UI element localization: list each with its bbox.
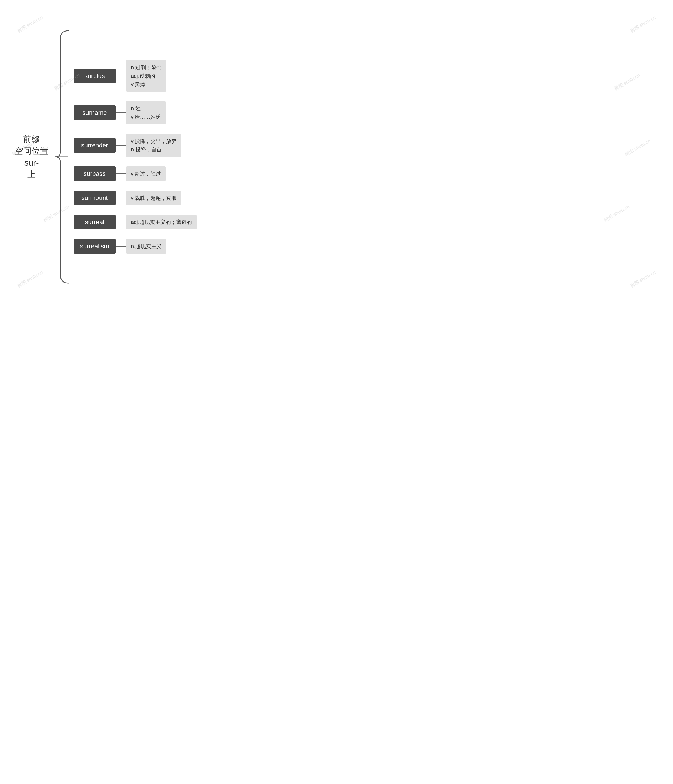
mind-map-diagram: 前缀 空间位置 sur- 上 surplus n.过剩；盈余adj.过剩的v.卖…	[11, 28, 259, 286]
branch-row-surplus: surplus n.过剩；盈余adj.过剩的v.卖掉	[73, 56, 197, 96]
root-line-2: 空间位置	[15, 145, 48, 157]
brace-connector	[53, 28, 73, 286]
brace-svg	[53, 28, 73, 286]
keyword-surrealism: surrealism	[73, 239, 116, 254]
connector-surreal	[116, 222, 126, 222]
def-surmount: v.战胜，超越，克服	[126, 191, 181, 205]
def-surname: n.姓v.给……姓氏	[126, 101, 166, 124]
connector-surname	[116, 112, 126, 113]
connector-surrealism	[116, 246, 126, 247]
connector-surrender	[116, 145, 126, 146]
keyword-surplus: surplus	[73, 68, 116, 83]
def-surrealism: n.超现实主义	[126, 239, 167, 254]
connector-surplus	[116, 76, 126, 76]
keyword-surpass: surpass	[73, 166, 116, 181]
branch-row-surmount: surmount v.战胜，超越，克服	[73, 186, 197, 210]
def-surpass: v.超过，胜过	[126, 166, 166, 181]
keyword-surrender: surrender	[73, 138, 116, 153]
def-surreal: adj.超现实主义的；离奇的	[126, 215, 197, 229]
root-line-1: 前缀	[23, 133, 40, 145]
root-line-4: 上	[27, 168, 36, 180]
keyword-surreal: surreal	[73, 215, 116, 229]
branch-row-surpass: surpass v.超过，胜过	[73, 162, 197, 186]
def-surrender: v.投降，交出，放弃n.投降，自首	[126, 134, 181, 157]
connector-surpass	[116, 173, 126, 174]
branch-row-surrealism: surrealism n.超现实主义	[73, 234, 197, 258]
keyword-surmount: surmount	[73, 191, 116, 205]
def-surplus: n.过剩；盈余adj.过剩的v.卖掉	[126, 60, 167, 92]
branch-row-surrender: surrender v.投降，交出，放弃n.投降，自首	[73, 129, 197, 162]
branches-container: surplus n.过剩；盈余adj.过剩的v.卖掉 surname n.姓v.…	[73, 56, 197, 258]
root-line-3: sur-	[24, 157, 39, 169]
keyword-surname: surname	[73, 106, 116, 120]
branch-row-surreal: surreal adj.超现实主义的；离奇的	[73, 210, 197, 234]
connector-surmount	[116, 198, 126, 198]
root-node: 前缀 空间位置 sur- 上	[11, 133, 53, 180]
branch-row-surname: surname n.姓v.给……姓氏	[73, 96, 197, 129]
